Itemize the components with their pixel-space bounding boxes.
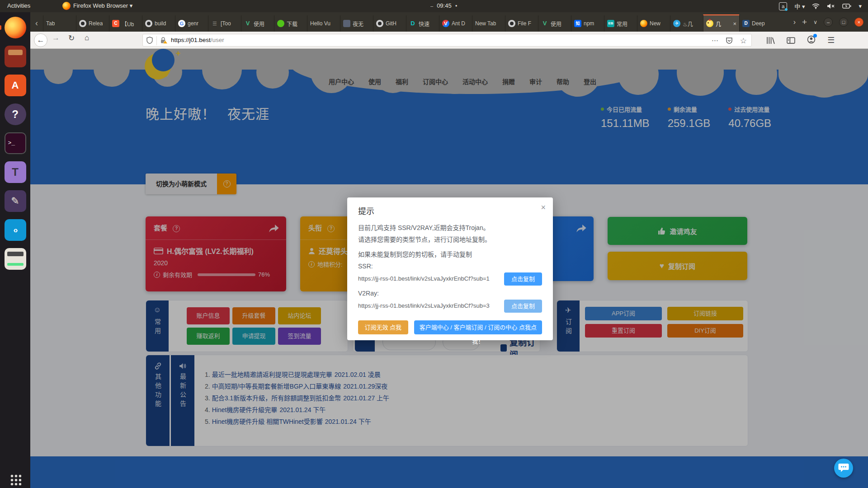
dock-firefox-icon[interactable]: [5, 17, 26, 38]
browser-tab[interactable]: V使用: [538, 15, 571, 32]
subscription-invalid-button[interactable]: 订阅无效 点我: [358, 320, 408, 334]
dock-text-editor-icon[interactable]: T: [5, 161, 26, 183]
google-favicon: G: [178, 20, 185, 27]
browser-toolbar: ← → ↻ ⌂ https://j01.best/user ⋯ ☆ ☰: [30, 32, 868, 49]
sidebar-icon[interactable]: [787, 37, 795, 44]
close-icon[interactable]: ×: [541, 203, 546, 212]
url-bar[interactable]: https://j01.best/user ⋯ ☆: [142, 34, 752, 47]
browser-tab[interactable]: New: [637, 15, 670, 32]
browser-tab[interactable]: GitH: [373, 15, 406, 32]
telegram-favicon: ✈: [673, 20, 680, 27]
page-actions-icon[interactable]: ⋯: [712, 37, 718, 45]
ssr-link[interactable]: https://jj-rss-01.best/link/v2sLvaJyxkrE…: [358, 272, 507, 286]
eb-favicon: EB: [607, 20, 614, 27]
github-favicon: [508, 20, 515, 27]
dock-terminal-icon[interactable]: >_: [5, 132, 26, 154]
window-close-button[interactable]: ×: [854, 18, 863, 27]
image-favicon: [343, 20, 350, 27]
browser-tab[interactable]: V使用: [241, 15, 274, 32]
browser-tab[interactable]: ✈♨几: [670, 15, 703, 32]
dcloud-favicon: D: [409, 20, 416, 27]
vue-favicon: V: [244, 20, 251, 27]
input-method-icon[interactable]: a: [779, 2, 787, 10]
indicator-dash-icon: –: [430, 3, 433, 9]
client-center-button[interactable]: 客户端中心 / 客户端订阅 / 订阅の中心 点我点我！: [414, 320, 542, 334]
browser-tab[interactable]: Ggenr: [175, 15, 208, 32]
tray-dropdown-icon[interactable]: ▾: [859, 3, 862, 9]
dock: A ? >_ T ✎ ‹›: [0, 12, 30, 488]
browser-tab[interactable]: D快速: [406, 15, 439, 32]
account-icon[interactable]: [807, 35, 816, 46]
chat-widget-button[interactable]: [834, 459, 853, 478]
battery-icon[interactable]: [842, 3, 851, 9]
app-menu-title[interactable]: Firefox Web Browser ▾: [73, 2, 132, 9]
browser-tab[interactable]: EB常用: [604, 15, 637, 32]
v2ray-link[interactable]: https://jj-rss-01.best/link/v2sLvaJyxkrE…: [358, 299, 507, 313]
tracking-shield-icon[interactable]: [146, 37, 153, 44]
close-tab-icon[interactable]: ×: [733, 20, 736, 27]
copy-v2ray-button[interactable]: 点击复制: [504, 300, 542, 313]
reload-button[interactable]: ↻: [68, 33, 75, 43]
browser-tab[interactable]: 夜无: [340, 15, 373, 32]
firefox-favicon: [640, 20, 647, 27]
wifi-icon[interactable]: [812, 3, 820, 9]
browser-tab[interactable]: Relea: [76, 15, 109, 32]
bookmark-star-icon[interactable]: ☆: [740, 36, 747, 46]
dialog-text: 如果未能复制到您的剪切板，请手动复制: [358, 249, 542, 258]
dialog-text: 目前几鸡支持 SSR/V2RAY,近期会支持Trojan。: [358, 223, 542, 232]
v2ray-label: V2Ray:: [358, 290, 542, 297]
dropdown-icon: ▾: [130, 2, 133, 9]
input-language-menu[interactable]: 中 ▾: [794, 2, 805, 10]
list-favicon: ☰: [211, 20, 218, 27]
activities-button[interactable]: Activities: [7, 2, 30, 9]
browser-tab[interactable]: New Tab: [472, 15, 505, 32]
dock-vscode-icon[interactable]: ‹›: [5, 219, 26, 241]
github-favicon: [376, 20, 383, 27]
back-button[interactable]: ←: [34, 33, 47, 47]
browser-tab[interactable]: 知npm: [571, 15, 604, 32]
forward-button[interactable]: →: [52, 33, 60, 42]
browser-tab[interactable]: File F: [505, 15, 538, 32]
dialog-text: 请选择您需要的类型节点，进行订阅地址复制。: [358, 235, 542, 244]
home-button[interactable]: ⌂: [85, 33, 89, 42]
volume-muted-icon[interactable]: [827, 3, 835, 9]
web-page: + + 用户中心 使用 福利 订阅中心 活动中心 捐赠 审计 帮助 登出 晚上好…: [30, 49, 868, 488]
browser-tab[interactable]: build: [142, 15, 175, 32]
browser-tab-active[interactable]: 几×: [703, 14, 739, 32]
scroll-tabs-right-icon[interactable]: ›: [793, 18, 796, 26]
new-tab-icon[interactable]: +: [802, 17, 807, 27]
notification-dot-icon: ●: [455, 4, 458, 8]
chick-favicon: [706, 20, 713, 27]
dock-help-icon[interactable]: ?: [5, 103, 26, 125]
scroll-tabs-left-icon[interactable]: ‹: [30, 15, 43, 32]
browser-tab[interactable]: 下载: [274, 15, 307, 32]
dock-show-apps-icon[interactable]: [9, 474, 21, 485]
menu-icon[interactable]: ☰: [827, 35, 835, 45]
csdn-favicon: C: [112, 20, 119, 27]
zhihu-favicon: 知: [574, 20, 581, 27]
browser-tab[interactable]: Tab: [43, 15, 76, 32]
window-maximize-button[interactable]: □: [839, 18, 848, 27]
dock-scanner-icon[interactable]: [5, 248, 26, 270]
dock-software-store-icon[interactable]: A: [5, 75, 26, 96]
library-icon[interactable]: [766, 37, 775, 44]
list-all-tabs-icon[interactable]: ∨: [813, 19, 817, 25]
browser-tab[interactable]: DDeep: [739, 15, 772, 32]
url-text: https://j01.best/user: [171, 37, 224, 43]
ant-design-favicon: V: [442, 20, 449, 27]
browser-tab-bar: ‹ Tab Relea C【Ub build Ggenr ☰[Too V使用 下…: [30, 12, 868, 32]
pocket-icon[interactable]: [726, 37, 733, 44]
toolbar-right-icons: ☰: [766, 34, 835, 47]
clock[interactable]: – 09:45 ●: [430, 2, 458, 9]
leaf-favicon: [277, 20, 284, 27]
browser-tab[interactable]: Hello Vu: [307, 15, 340, 32]
browser-tab[interactable]: ☰[Too: [208, 15, 241, 32]
browser-tab[interactable]: C【Ub: [109, 15, 142, 32]
window-minimize-button[interactable]: –: [824, 18, 833, 27]
vue-favicon: V: [541, 20, 548, 27]
dock-tweaks-icon[interactable]: ✎: [5, 190, 26, 212]
dock-files-icon[interactable]: [5, 46, 26, 67]
copy-ssr-button[interactable]: 点击复制: [504, 272, 542, 286]
browser-tab[interactable]: VAnt D: [439, 15, 472, 32]
lock-warning-icon[interactable]: [160, 37, 168, 44]
